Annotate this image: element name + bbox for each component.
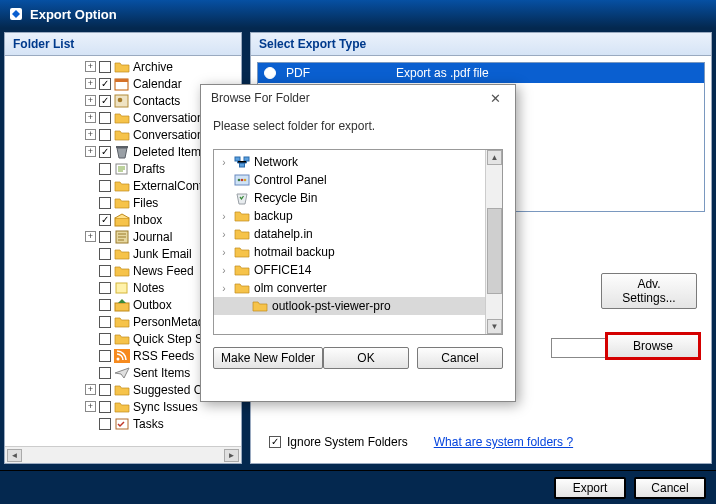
make-new-folder-button[interactable]: Make New Folder bbox=[213, 347, 323, 369]
tree-expander-icon[interactable]: + bbox=[85, 78, 96, 89]
folder-checkbox[interactable] bbox=[99, 112, 111, 124]
folder-icon bbox=[114, 179, 130, 193]
adv-settings-button[interactable]: Adv. Settings... bbox=[601, 273, 697, 309]
tree-expander-icon[interactable]: + bbox=[85, 146, 96, 157]
folder-label: Inbox bbox=[133, 213, 162, 227]
folder-tree-hscroll[interactable]: ◄ ► bbox=[5, 446, 241, 463]
folder-checkbox[interactable] bbox=[99, 197, 111, 209]
sent-icon bbox=[114, 366, 130, 380]
chevron-right-icon[interactable]: › bbox=[218, 283, 230, 294]
folder-checkbox[interactable] bbox=[99, 78, 111, 90]
export-type-row[interactable]: PDFExport as .pdf file bbox=[258, 63, 704, 83]
chevron-right-icon[interactable]: › bbox=[218, 247, 230, 258]
browser-node-label: Network bbox=[254, 155, 298, 169]
export-button[interactable]: Export bbox=[554, 477, 626, 499]
chevron-right-icon[interactable]: › bbox=[218, 211, 230, 222]
svg-rect-7 bbox=[115, 218, 129, 226]
folder-label: Deleted Items bbox=[133, 145, 207, 159]
tree-expander-icon[interactable]: + bbox=[85, 129, 96, 140]
folder-checkbox[interactable] bbox=[99, 401, 111, 413]
folder-tree-row[interactable]: +Archive bbox=[7, 58, 241, 75]
tree-expander-icon[interactable]: + bbox=[85, 401, 96, 412]
inbox-icon bbox=[114, 213, 130, 227]
export-type-radio[interactable] bbox=[264, 67, 276, 79]
folder-checkbox[interactable] bbox=[99, 214, 111, 226]
folder-icon bbox=[114, 264, 130, 278]
folder-checkbox[interactable] bbox=[99, 367, 111, 379]
folder-checkbox[interactable] bbox=[99, 129, 111, 141]
browser-tree-row[interactable]: ›OFFICE14 bbox=[214, 261, 485, 279]
folder-icon bbox=[114, 60, 130, 74]
browser-node-label: backup bbox=[254, 209, 293, 223]
drafts-icon bbox=[114, 162, 130, 176]
folder-checkbox[interactable] bbox=[99, 316, 111, 328]
folder-label: Sync Issues bbox=[133, 400, 198, 414]
browse-folder-dialog: Browse For Folder ✕ Please select folder… bbox=[200, 84, 516, 402]
folder-checkbox[interactable] bbox=[99, 231, 111, 243]
folder-browser-tree[interactable]: ›NetworkControl PanelRecycle Bin›backup›… bbox=[213, 149, 503, 335]
tree-expander-icon[interactable]: + bbox=[85, 112, 96, 123]
chevron-right-icon[interactable]: › bbox=[218, 265, 230, 276]
folder-checkbox[interactable] bbox=[99, 282, 111, 294]
folder-checkbox[interactable] bbox=[99, 350, 111, 362]
calendar-icon bbox=[114, 77, 130, 91]
folder-checkbox[interactable] bbox=[99, 418, 111, 430]
folder-checkbox[interactable] bbox=[99, 163, 111, 175]
recycle-icon bbox=[234, 191, 250, 205]
tree-expander-icon[interactable]: + bbox=[85, 231, 96, 242]
browser-tree-row[interactable]: outlook-pst-viewer-pro bbox=[214, 297, 485, 315]
folder-label: Junk Email bbox=[133, 247, 192, 261]
browser-tree-row[interactable]: ›backup bbox=[214, 207, 485, 225]
tree-expander-icon[interactable]: + bbox=[85, 384, 96, 395]
browser-tree-row[interactable]: ›Network bbox=[214, 153, 485, 171]
folder-icon bbox=[114, 111, 130, 125]
folder-icon bbox=[114, 247, 130, 261]
browse-button[interactable]: Browse bbox=[605, 332, 701, 360]
browser-tree-row[interactable]: ›olm converter bbox=[214, 279, 485, 297]
folder-checkbox[interactable] bbox=[99, 299, 111, 311]
tree-expander-icon[interactable]: + bbox=[85, 61, 96, 72]
browser-node-label: Recycle Bin bbox=[254, 191, 317, 205]
folder-label: News Feed bbox=[133, 264, 194, 278]
scroll-down-icon[interactable]: ▼ bbox=[487, 319, 502, 334]
folder-checkbox[interactable] bbox=[99, 265, 111, 277]
folder-icon bbox=[114, 315, 130, 329]
close-icon[interactable]: ✕ bbox=[481, 88, 509, 108]
folder-icon bbox=[114, 128, 130, 142]
browser-tree-row[interactable]: Recycle Bin bbox=[214, 189, 485, 207]
dialog-title: Browse For Folder bbox=[211, 91, 310, 105]
dialog-cancel-button[interactable]: Cancel bbox=[417, 347, 503, 369]
folder-label: RSS Feeds bbox=[133, 349, 194, 363]
browser-node-label: datahelp.in bbox=[254, 227, 313, 241]
scroll-thumb[interactable] bbox=[487, 208, 502, 294]
what-are-system-folders-link[interactable]: What are system folders ? bbox=[434, 435, 573, 449]
dialog-message: Please select folder for export. bbox=[201, 111, 515, 141]
scroll-up-icon[interactable]: ▲ bbox=[487, 150, 502, 165]
scroll-left-icon[interactable]: ◄ bbox=[7, 449, 22, 462]
app-icon bbox=[8, 6, 24, 22]
folder-checkbox[interactable] bbox=[99, 61, 111, 73]
ok-button[interactable]: OK bbox=[323, 347, 409, 369]
folder-checkbox[interactable] bbox=[99, 333, 111, 345]
export-type-desc: Export as .pdf file bbox=[396, 66, 698, 80]
scroll-right-icon[interactable]: ► bbox=[224, 449, 239, 462]
chevron-right-icon[interactable]: › bbox=[218, 229, 230, 240]
folder-tree-row[interactable]: Tasks bbox=[7, 415, 241, 432]
browser-tree-row[interactable]: Control Panel bbox=[214, 171, 485, 189]
outbox-icon bbox=[114, 298, 130, 312]
browser-tree-row[interactable]: ›hotmail backup bbox=[214, 243, 485, 261]
contacts-icon bbox=[114, 94, 130, 108]
folder-label: Sent Items bbox=[133, 366, 190, 380]
folder-checkbox[interactable] bbox=[99, 180, 111, 192]
cancel-button[interactable]: Cancel bbox=[634, 477, 706, 499]
tree-expander-icon[interactable]: + bbox=[85, 95, 96, 106]
browser-tree-row[interactable]: ›datahelp.in bbox=[214, 225, 485, 243]
ignore-system-folders-checkbox[interactable] bbox=[269, 436, 281, 448]
folder-browser-vscroll[interactable]: ▲ ▼ bbox=[485, 150, 502, 334]
folder-checkbox[interactable] bbox=[99, 146, 111, 158]
folder-icon bbox=[252, 299, 268, 313]
folder-checkbox[interactable] bbox=[99, 248, 111, 260]
folder-checkbox[interactable] bbox=[99, 384, 111, 396]
folder-checkbox[interactable] bbox=[99, 95, 111, 107]
chevron-right-icon[interactable]: › bbox=[218, 157, 230, 168]
